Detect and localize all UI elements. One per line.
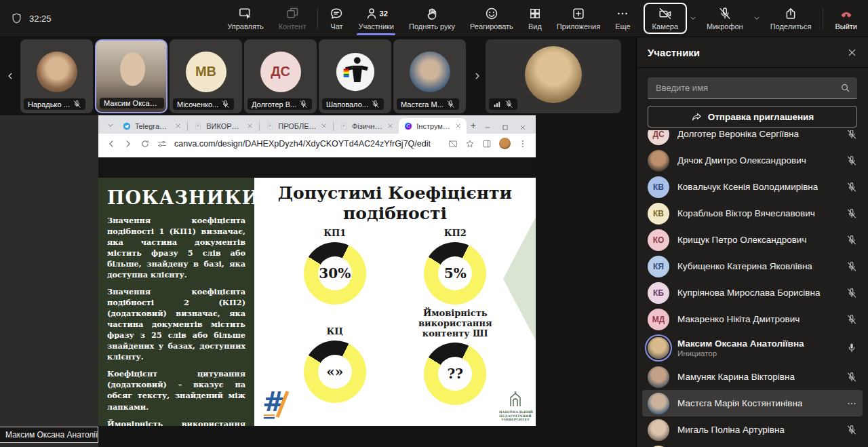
profile-avatar: [525, 46, 582, 103]
meeting-info: 32:25: [0, 0, 52, 37]
participant-search[interactable]: [648, 77, 857, 99]
tile-participant-name: Долготер В...: [252, 100, 296, 109]
strip-scroll-left[interactable]: [0, 39, 20, 113]
mic-options-chevron[interactable]: [751, 0, 763, 37]
apps-button[interactable]: Приложения: [549, 0, 608, 37]
phone-down-icon: [838, 7, 854, 20]
leave-button[interactable]: Выйти: [827, 0, 868, 37]
video-tile[interactable]: ДСДолготер В...: [244, 39, 317, 113]
manage-button[interactable]: Управлять: [220, 0, 271, 37]
browser-tab-strip: Telegram WВИКОРИСТПРОБЛЕМИФізична піCІнс…: [98, 115, 536, 134]
slide-left-title: ПОКАЗНИКИ: [107, 187, 245, 208]
view-icon: [528, 7, 542, 20]
tile-participant-name: Мастєга М...: [401, 100, 443, 109]
shield-icon: [11, 13, 22, 24]
participant-actions[interactable]: [846, 398, 857, 409]
tile-name-badge: Долготер В...: [248, 98, 312, 110]
participant-actions[interactable]: [846, 235, 857, 246]
participant-actions[interactable]: [846, 130, 857, 140]
meeting-timer: 32:25: [29, 14, 52, 24]
participant-row[interactable]: КВКовальчук Ксенія Володимирівна: [642, 174, 863, 200]
send-invite-button[interactable]: Отправка приглашения: [648, 106, 857, 128]
participant-row[interactable]: Максим Оксана АнатоліївнаИнициатор: [642, 332, 863, 364]
participant-row[interactable]: КОКрищук Петро Олександрович: [642, 227, 863, 253]
mic-button[interactable]: Микрофон: [699, 0, 751, 37]
participant-actions[interactable]: [846, 343, 857, 353]
bookmark-star-icon: [465, 139, 475, 149]
camera-button-focus: Камера: [644, 3, 687, 34]
close-tab-icon: [387, 123, 393, 129]
participant-name-block: Мамуняк Карина Вікторівна: [677, 372, 795, 382]
donut-ring: ??: [424, 343, 486, 405]
tab-favicon-icon: [123, 122, 131, 130]
svg-text:#: #: [262, 385, 285, 417]
camera-button[interactable]: Камера: [645, 7, 686, 31]
participant-name: Дячок Дмитро Олександрович: [677, 155, 806, 166]
participant-row[interactable]: КЯКубищенко Катерина Яковлівна: [642, 253, 863, 279]
chat-icon: [330, 7, 343, 20]
participant-row[interactable]: КВКорабльов Віктор Вячеславович: [642, 200, 863, 227]
search-icon: [840, 83, 850, 93]
view-button[interactable]: Вид: [521, 0, 549, 37]
tab-separator: [259, 121, 260, 131]
participant-row-partial[interactable]: [642, 443, 863, 447]
share-button[interactable]: Поделиться: [763, 0, 819, 37]
participant-name: Купріянова Мирослава Борисівна: [677, 288, 821, 298]
participant-actions[interactable]: [846, 372, 857, 383]
video-tile[interactable]: МВМісоченко...: [170, 39, 242, 113]
content-button[interactable]: Контент: [271, 0, 314, 37]
presenter-video-tile[interactable]: [486, 39, 621, 113]
muted-mic-icon: [846, 182, 857, 193]
profile-avatar: [335, 52, 376, 92]
video-tile[interactable]: Шаповало...: [319, 39, 391, 113]
close-panel-icon[interactable]: [847, 47, 857, 58]
participant-name: Кубищенко Катерина Яковлівна: [677, 261, 812, 271]
slide-paragraph: Ймовірність використання контенту ШІ – п…: [107, 419, 245, 426]
participant-row[interactable]: Мамуняк Карина Вікторівна: [642, 364, 863, 390]
donut-chart: КП25%: [395, 228, 516, 305]
tab-favicon-icon: [194, 122, 202, 130]
apps-icon: [572, 7, 585, 20]
raise-hand-button[interactable]: Поднять руку: [401, 0, 462, 37]
participant-name-block: Мастєга Марія Костянтинівна: [677, 398, 802, 408]
participant-row[interactable]: Дячок Дмитро Олександрович: [642, 147, 863, 174]
video-tile[interactable]: Нарадько ...: [20, 39, 93, 113]
toolbar-divider: [317, 8, 318, 28]
video-tile[interactable]: Максим Оксан...: [95, 39, 167, 113]
participant-row[interactable]: Мастєга Марія Костянтинівна: [642, 390, 863, 416]
participant-actions[interactable]: [846, 288, 857, 298]
muted-mic-icon: [846, 314, 857, 325]
profile-avatar: [648, 366, 669, 388]
new-tab-icon: +: [471, 120, 476, 131]
participant-actions[interactable]: [846, 261, 857, 272]
participant-actions[interactable]: [846, 208, 857, 219]
tab-title: ВИКОРИСТ: [206, 122, 243, 130]
more-button[interactable]: Еще: [608, 0, 637, 37]
initials-avatar: МВ: [186, 52, 226, 92]
participant-row[interactable]: КБКупріянова Мирослава Борисівна: [642, 279, 863, 306]
search-input[interactable]: [654, 82, 840, 94]
video-tile[interactable]: Мастєга М...: [393, 39, 466, 113]
react-button[interactable]: Реагировать: [462, 0, 521, 37]
participant-row[interactable]: МДМакаренко Нікіта Дмитрович: [642, 306, 863, 332]
participant-name-block: Купріянова Мирослава Борисівна: [677, 288, 821, 298]
donut-ring: 30%: [304, 242, 366, 305]
tile-participant-name: Нарадько ...: [28, 100, 70, 109]
participants-button[interactable]: 32Участники: [351, 0, 401, 37]
react-icon: [485, 7, 498, 20]
participant-actions[interactable]: [846, 155, 857, 166]
strip-scroll-right[interactable]: [468, 39, 486, 113]
tab-search-chevron-icon: [106, 121, 115, 130]
camera-options-chevron[interactable]: [687, 0, 699, 37]
participant-actions[interactable]: [846, 425, 857, 435]
participant-actions[interactable]: [846, 182, 857, 193]
tab-favicon-icon: [266, 122, 274, 130]
participant-row[interactable]: Мигаль Поліна Артурівна: [642, 416, 863, 443]
participant-actions[interactable]: [846, 314, 857, 325]
chat-button[interactable]: Чат: [322, 0, 351, 37]
participant-row[interactable]: ДСДолготер Вероніка Сергіївна: [642, 130, 863, 147]
tab-title: Telegram W: [135, 122, 171, 130]
participant-name: Мамуняк Карина Вікторівна: [677, 372, 795, 382]
maximize-icon: [502, 124, 509, 131]
muted-mic-icon: [221, 100, 230, 109]
